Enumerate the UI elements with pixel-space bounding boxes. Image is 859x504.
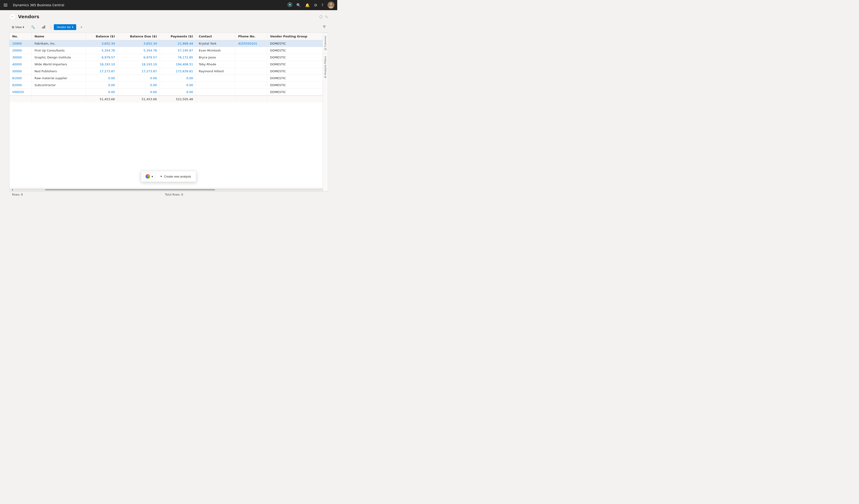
cell-balance: 3,652.34 — [86, 40, 118, 47]
analysis-mode-button[interactable] — [39, 24, 48, 31]
columns-icon: ||| — [324, 48, 327, 50]
table-row[interactable]: 81000 Raw material supplier 0.00 0.00 0.… — [10, 75, 328, 82]
cell-name: First Up Consultants — [32, 47, 86, 54]
svg-rect-5 — [42, 27, 43, 28]
table-wrapper[interactable]: No. Name Balance ($) Balance Due ($) Pay… — [10, 33, 328, 188]
notification-icon[interactable]: 🔔 — [305, 3, 310, 7]
scroll-thumb[interactable] — [45, 189, 215, 190]
cell-phone — [235, 47, 267, 54]
floating-action-bar: ▾ ✦ Create new analysis — [141, 171, 196, 182]
cell-no[interactable]: 30000 — [10, 54, 32, 61]
cell-no[interactable]: 20000 — [10, 47, 32, 54]
svg-point-3 — [330, 3, 332, 5]
rows-count: Rows: 8 — [12, 193, 23, 196]
status-bar: Rows: 8 Total Rows: 8 — [9, 192, 328, 198]
cell-no[interactable]: 81000 — [10, 75, 32, 82]
cell-contact — [196, 75, 235, 82]
page-header-actions: ⬡ ⤡ — [319, 15, 328, 19]
avatar[interactable] — [328, 2, 334, 9]
toolbar: ⊞ View ▾ 🔍 Vendor list ▾ + — [9, 22, 328, 33]
table-row[interactable]: V00020 0.00 0.00 0.00 DOMESTIC — [10, 89, 328, 96]
cell-no[interactable]: V00020 — [10, 89, 32, 96]
col-header-posting-group[interactable]: Vendor Posting Group — [267, 33, 328, 40]
svg-point-1 — [289, 3, 291, 6]
copilot-dropdown-icon: ▾ — [152, 175, 153, 178]
view-dropdown-icon: ▾ — [22, 26, 24, 29]
cell-contact — [196, 89, 235, 96]
toolbar-divider — [51, 25, 51, 30]
col-header-no[interactable]: No. — [10, 33, 32, 40]
copilot-button[interactable]: ▾ — [143, 172, 156, 180]
table-row[interactable]: 30000 Graphic Design Institute 6,979.57 … — [10, 54, 328, 61]
nav-menu-button[interactable] — [3, 3, 8, 7]
cell-no[interactable]: 40000 — [10, 61, 32, 68]
table-body: 10000 Fabrikam, Inc. 3,652.34 3,652.34 2… — [10, 40, 328, 96]
cell-balance-due: 6,979.57 — [118, 54, 160, 61]
vendor-list-tab[interactable]: Vendor list ▾ — [54, 24, 76, 30]
vendors-table: No. Name Balance ($) Balance Due ($) Pay… — [10, 33, 328, 103]
search-icon[interactable]: 🔍 — [296, 3, 301, 7]
settings-icon[interactable]: ⚙ — [314, 3, 317, 7]
cell-phone — [235, 68, 267, 75]
add-tab-button[interactable]: + — [78, 24, 85, 30]
table-row[interactable]: 50000 Nod Publishers 17,273.87 17,273.87… — [10, 68, 328, 75]
help-icon[interactable]: ? — [321, 3, 323, 7]
col-header-phone[interactable]: Phone No. — [235, 33, 267, 40]
analysis-filters-tab[interactable]: ⊟ Analysis Filters — [323, 53, 328, 81]
total-rows-count: Total Rows: 8 — [23, 193, 325, 196]
cell-posting-group: DOMESTIC — [267, 47, 328, 54]
total-posting-group — [267, 95, 328, 103]
page-title: Vendors — [18, 14, 317, 19]
total-balance: 51,453.66 — [86, 95, 118, 103]
back-button[interactable]: ← — [9, 13, 16, 20]
svg-rect-7 — [44, 26, 45, 28]
collapse-icon[interactable]: ⤡ — [325, 15, 328, 19]
table-row[interactable]: 20000 First Up Consultants 5,354.78 5,35… — [10, 47, 328, 54]
columns-tab[interactable]: ||| Columns — [323, 33, 328, 53]
view-icon: ⊞ — [12, 26, 14, 29]
col-header-name[interactable]: Name — [32, 33, 86, 40]
create-analysis-button[interactable]: ✦ Create new analysis — [156, 173, 194, 180]
copilot-icon[interactable] — [288, 2, 292, 8]
scroll-track[interactable] — [14, 189, 323, 190]
col-header-payments[interactable]: Payments ($) — [160, 33, 196, 40]
table-row[interactable]: 82000 Subcontractor 0.00 0.00 0.00 DOMES… — [10, 82, 328, 89]
side-panel: ||| Columns ⊟ Analysis Filters — [323, 33, 328, 191]
filter-button[interactable] — [321, 24, 328, 30]
col-header-balance-due[interactable]: Balance Due ($) — [118, 33, 160, 40]
cell-contact: Bryce Jasso — [196, 54, 235, 61]
cell-posting-group: DOMESTIC — [267, 54, 328, 61]
total-name — [32, 95, 86, 103]
search-icon: 🔍 — [31, 26, 35, 29]
cell-name: Wide World Importers — [32, 61, 86, 68]
cell-name: Fabrikam, Inc. — [32, 40, 86, 47]
search-button[interactable]: 🔍 — [29, 24, 37, 30]
cell-no[interactable]: 50000 — [10, 68, 32, 75]
total-no — [10, 95, 32, 103]
cell-balance: 0.00 — [86, 75, 118, 82]
col-header-balance[interactable]: Balance ($) — [86, 33, 118, 40]
cell-no[interactable]: 82000 — [10, 82, 32, 89]
expand-icon[interactable]: ⬡ — [319, 15, 323, 19]
col-header-contact[interactable]: Contact — [196, 33, 235, 40]
horizontal-scrollbar[interactable]: ◀ ▶ — [10, 188, 328, 191]
cell-contact — [196, 82, 235, 89]
cell-posting-group: DOMESTIC — [267, 40, 328, 47]
cell-balance-due: 5,354.78 — [118, 47, 160, 54]
table-row[interactable]: 10000 Fabrikam, Inc. 3,652.34 3,652.34 2… — [10, 40, 328, 47]
analysis-icon — [42, 25, 45, 29]
cell-phone: 4255550101 — [235, 40, 267, 47]
cell-contact: Raymond Hillard — [196, 68, 235, 75]
scroll-left-arrow[interactable]: ◀ — [10, 188, 14, 191]
cell-balance-due: 3,652.34 — [118, 40, 160, 47]
columns-label: Columns — [324, 36, 327, 47]
view-button[interactable]: ⊞ View ▾ — [9, 24, 27, 30]
cell-name: Nod Publishers — [32, 68, 86, 75]
cell-balance-due: 0.00 — [118, 89, 160, 96]
cell-balance-due: 18,193.10 — [118, 61, 160, 68]
table-header-row: No. Name Balance ($) Balance Due ($) Pay… — [10, 33, 328, 40]
cell-balance: 0.00 — [86, 82, 118, 89]
cell-no[interactable]: 10000 — [10, 40, 32, 47]
cell-payments: 194,408.51 — [160, 61, 196, 68]
table-row[interactable]: 40000 Wide World Importers 18,193.10 18,… — [10, 61, 328, 68]
